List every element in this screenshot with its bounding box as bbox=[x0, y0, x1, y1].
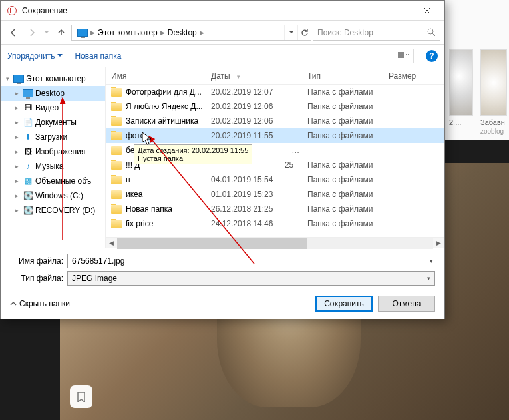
tree-item-3d[interactable]: ▸▩Объемные объ bbox=[1, 174, 105, 188]
svg-rect-3 bbox=[398, 55, 401, 58]
col-date[interactable]: Даты ▾ bbox=[206, 71, 302, 81]
list-item[interactable]: фото20.02.2019 11:55Папка с файлами bbox=[106, 128, 444, 143]
bookmark-badge[interactable] bbox=[70, 385, 92, 408]
drive-icon: 💽 bbox=[23, 191, 33, 200]
chevron-right-icon[interactable]: ▶ bbox=[200, 29, 204, 36]
refresh-button[interactable] bbox=[297, 25, 311, 40]
folder-icon bbox=[111, 190, 122, 199]
rows-container: Фотографии для Д...20.02.2019 12:07Папка… bbox=[106, 85, 444, 237]
tree-item-video[interactable]: ▸🎞Видео bbox=[1, 101, 105, 115]
folder-tree[interactable]: ▾ Этот компьютер ▸ Desktop ▸🎞Видео ▸📄Док… bbox=[1, 67, 106, 248]
yandex-icon bbox=[7, 6, 17, 15]
expand-icon[interactable]: ▸ bbox=[13, 90, 21, 97]
hide-folders-toggle[interactable]: Скрыть папки bbox=[10, 299, 70, 308]
save-dialog: Сохранение ▶ Этот компьютер ▶ Desktop ▶ … bbox=[0, 0, 445, 319]
music-icon: ♪ bbox=[23, 162, 33, 171]
svg-rect-2 bbox=[401, 52, 404, 55]
filename-input[interactable] bbox=[67, 254, 423, 268]
search-icon bbox=[427, 28, 436, 37]
video-icon: 🎞 bbox=[23, 103, 33, 112]
pc-icon bbox=[13, 75, 24, 83]
close-button[interactable] bbox=[413, 1, 442, 20]
col-type[interactable]: Тип bbox=[302, 71, 383, 81]
folder-icon bbox=[111, 117, 122, 126]
tree-item-desktop[interactable]: ▸ Desktop bbox=[1, 86, 105, 101]
svg-rect-4 bbox=[401, 55, 404, 58]
back-button[interactable] bbox=[5, 24, 22, 41]
tree-root[interactable]: ▾ Этот компьютер bbox=[1, 71, 105, 86]
folder-icon bbox=[111, 132, 122, 140]
crumb-root[interactable]: Этот компьютер bbox=[95, 28, 160, 37]
tree-item-documents[interactable]: ▸📄Документы bbox=[1, 115, 105, 130]
tree-item-music[interactable]: ▸♪Музыка bbox=[1, 159, 105, 174]
tree-item-c-drive[interactable]: ▸💽Windows (C:) bbox=[1, 188, 105, 203]
filetype-select[interactable]: JPEG Image ▾ bbox=[67, 271, 435, 286]
col-size[interactable]: Размер bbox=[383, 71, 444, 81]
bg-thumb-2[interactable] bbox=[480, 49, 507, 116]
list-item[interactable]: Фотографии для Д...20.02.2019 12:07Папка… bbox=[106, 85, 444, 99]
3d-icon: ▩ bbox=[23, 176, 33, 186]
list-item[interactable]: fix price24.12.2018 14:46Папка с файлами bbox=[106, 216, 444, 231]
chevron-right-icon[interactable]: ▶ bbox=[90, 29, 95, 36]
horizontal-scrollbar[interactable]: ◀ ▶ bbox=[106, 237, 444, 248]
breadcrumb-dropdown[interactable] bbox=[284, 25, 297, 40]
nav-bar: ▶ Этот компьютер ▶ Desktop ▶ Поиск: Desk… bbox=[1, 21, 444, 45]
fields: Имя файла: ▾ Тип файла: JPEG Image ▾ bbox=[1, 248, 444, 288]
organize-menu[interactable]: Упорядочить bbox=[7, 51, 63, 61]
bg-thumb-1[interactable] bbox=[449, 49, 473, 116]
search-input[interactable]: Поиск: Desktop bbox=[313, 25, 440, 41]
column-headers[interactable]: Имя Даты ▾ Тип Размер bbox=[106, 67, 444, 85]
titlebar: Сохранение bbox=[1, 1, 444, 21]
folder-icon bbox=[111, 220, 122, 228]
view-button[interactable] bbox=[393, 49, 414, 63]
crumb-desktop[interactable]: Desktop bbox=[165, 28, 200, 37]
desktop-icon bbox=[23, 89, 33, 97]
svg-rect-1 bbox=[398, 52, 401, 55]
chevron-up-icon bbox=[10, 300, 17, 307]
list-item[interactable]: Я люблю Яндекс Д...20.02.2019 12:06Папка… bbox=[106, 99, 444, 114]
thumb2-sub: zooblog bbox=[480, 128, 504, 135]
svg-point-0 bbox=[428, 29, 433, 34]
folder-icon bbox=[111, 146, 122, 155]
filename-dropdown[interactable]: ▾ bbox=[427, 258, 435, 264]
tree-item-d-drive[interactable]: ▸💽RECOVERY (D:) bbox=[1, 203, 105, 218]
forward-button[interactable] bbox=[23, 24, 41, 41]
recent-dropdown[interactable] bbox=[42, 24, 51, 41]
thumb2-caption: Забавн bbox=[480, 118, 505, 126]
folder-icon bbox=[111, 205, 122, 214]
documents-icon: 📄 bbox=[23, 118, 33, 127]
save-button[interactable]: Сохранить bbox=[315, 296, 373, 312]
tooltip: Дата создания: 20.02.2019 11:55 Пустая п… bbox=[134, 144, 252, 164]
toolbar: Упорядочить Новая папка ? bbox=[1, 45, 444, 67]
filetype-label: Тип файла: bbox=[10, 274, 63, 283]
list-item[interactable]: Новая папка26.12.2018 21:25Папка с файла… bbox=[106, 202, 444, 216]
chevron-right-icon[interactable]: ▶ bbox=[160, 29, 165, 36]
crumb-pc-icon[interactable] bbox=[75, 29, 90, 37]
collapse-icon[interactable]: ▾ bbox=[3, 75, 11, 82]
downloads-icon: ⬇ bbox=[23, 132, 33, 142]
folder-icon bbox=[111, 103, 122, 111]
folder-icon bbox=[111, 88, 122, 97]
col-name[interactable]: Имя bbox=[106, 71, 206, 81]
thumb1-caption: 2.... bbox=[449, 118, 461, 126]
dialog-title: Сохранение bbox=[22, 6, 413, 15]
list-item[interactable]: н04.01.2019 15:54Папка с файлами bbox=[106, 172, 444, 187]
cancel-button[interactable]: Отмена bbox=[378, 296, 435, 312]
breadcrumb[interactable]: ▶ Этот компьютер ▶ Desktop ▶ bbox=[71, 25, 311, 41]
filename-label: Имя файла: bbox=[10, 256, 63, 266]
search-placeholder: Поиск: Desktop bbox=[317, 28, 373, 37]
dialog-body: ▾ Этот компьютер ▸ Desktop ▸🎞Видео ▸📄Док… bbox=[1, 67, 444, 248]
list-item[interactable]: Записки айтишника20.02.2019 12:06Папка с… bbox=[106, 114, 444, 128]
list-item[interactable]: икеа01.01.2019 15:23Папка с файлами bbox=[106, 187, 444, 202]
tree-item-downloads[interactable]: ▸⬇Загрузки bbox=[1, 130, 105, 144]
help-button[interactable]: ? bbox=[426, 50, 438, 62]
up-button[interactable] bbox=[53, 24, 70, 41]
images-icon: 🖼 bbox=[23, 147, 33, 156]
folder-icon bbox=[111, 161, 122, 170]
new-folder-button[interactable]: Новая папка bbox=[75, 51, 121, 61]
scrollbar-thumb[interactable] bbox=[117, 238, 307, 249]
tree-item-images[interactable]: ▸🖼Изображения bbox=[1, 144, 105, 159]
drive-icon: 💽 bbox=[23, 206, 33, 215]
scroll-right-icon[interactable]: ▶ bbox=[433, 238, 444, 249]
scroll-left-icon[interactable]: ◀ bbox=[106, 238, 117, 249]
